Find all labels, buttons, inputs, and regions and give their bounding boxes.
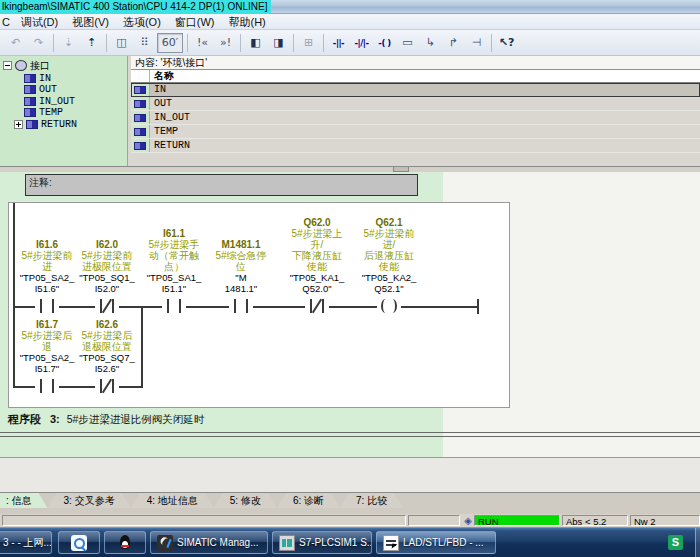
coil-icon[interactable]: -( )	[374, 33, 395, 53]
declaration-icon	[24, 85, 36, 94]
menu-view[interactable]: 视图(V)	[65, 15, 116, 29]
interface-icon	[15, 60, 27, 71]
network-number: 3:	[50, 413, 60, 425]
detail-window-icon[interactable]: ◨	[268, 33, 289, 53]
connection-diamond-icon: ◈	[464, 515, 472, 526]
monitor-icon[interactable]: 60′	[157, 33, 183, 53]
tab-compare[interactable]: 7: 比较	[340, 493, 403, 508]
toolbar-separator	[491, 34, 492, 52]
network-canvas[interactable]: I61.6 5#步进梁前 进 "TP05_SA2_ I51.6" I62.0 5…	[8, 202, 510, 408]
menu-window[interactable]: 窗口(W)	[168, 15, 222, 29]
collapse-icon[interactable]	[3, 61, 12, 70]
declaration-area: 接口 IN OUT IN_OUT TEMP RETURN	[0, 56, 700, 166]
overview-window-icon[interactable]: ◧	[245, 33, 266, 53]
menu-options[interactable]: 选项(O)	[116, 15, 168, 29]
toolbar-separator	[106, 34, 107, 52]
program-elements-icon[interactable]: ⠿	[134, 33, 155, 53]
menu-help[interactable]: 帮助(H)	[222, 15, 273, 29]
network-status: Nw 2	[630, 515, 700, 526]
toolbar: ↶ ↷ ⇣ ⇡ ◫ ⠿ 60′ !« »! ◧ ◨ ⊞ -||- -|/|- -…	[0, 30, 700, 56]
symbol-table-icon[interactable]: ◫	[111, 33, 132, 53]
declaration-header-row: 名称	[131, 70, 700, 83]
connector-icon[interactable]: ⊣	[466, 33, 487, 53]
taskbar-button-plcsim[interactable]: S7-PLCSIM1 S...	[272, 531, 372, 554]
declaration-icon	[134, 128, 146, 136]
declaration-icon	[134, 86, 146, 94]
contact-no[interactable]	[35, 377, 59, 395]
contact-label[interactable]: I62.6 5#步进梁后 退极限位置 "TP05_SQ7_ I52.6"	[74, 319, 140, 374]
tree-item-out[interactable]: OUT	[24, 84, 127, 96]
tree-item-temp[interactable]: TEMP	[24, 107, 127, 119]
status-message-area	[2, 515, 406, 526]
network-title-row[interactable]: 程序段 3: 5#步进梁进退比例阀关闭延时	[8, 412, 204, 428]
contact-label[interactable]: I61.6 5#步进梁前 进 "TP05_SA2_ I51.6"	[14, 239, 80, 294]
declaration-row-out[interactable]: OUT	[131, 97, 700, 111]
tab-cross-reference[interactable]: 3: 交叉参考	[48, 493, 131, 508]
show-desktop-button[interactable]	[695, 528, 700, 557]
previous-error-icon[interactable]: !«	[192, 33, 213, 53]
content-header: 内容: '环境\接口'	[131, 56, 700, 70]
contact-label[interactable]: M1481.1 5#综合急停 位 "M 1481.1"	[208, 239, 274, 294]
declaration-row-return[interactable]: RETURN	[131, 139, 700, 153]
download-icon[interactable]: ⇣	[58, 33, 79, 53]
output-coil[interactable]	[377, 297, 401, 315]
toolbar-separator	[323, 34, 324, 52]
contact-nc[interactable]	[305, 297, 329, 315]
menu-plc[interactable]: C	[0, 15, 14, 29]
contact-label[interactable]: I61.7 5#步进梁后 退 "TP05_SA2_ I51.7"	[14, 319, 80, 374]
empty-box-icon[interactable]: ▭	[397, 33, 418, 53]
close-branch-icon[interactable]: ↱	[443, 33, 464, 53]
contact-nc-icon[interactable]: -|/|-	[351, 33, 372, 53]
next-error-icon[interactable]: »!	[215, 33, 236, 53]
menu-debug[interactable]: 调试(D)	[14, 15, 65, 29]
taskbar-button-qq[interactable]	[104, 531, 146, 554]
declaration-row-in-out[interactable]: IN_OUT	[131, 111, 700, 125]
declaration-row-temp[interactable]: TEMP	[131, 125, 700, 139]
taskbar-button-lad-editor[interactable]: LAD/STL/FBD - ...	[376, 531, 496, 554]
help-select-icon[interactable]: ↖?	[496, 33, 517, 53]
taskbar-button-browser-window[interactable]: 3 - - 上网...	[0, 531, 52, 554]
branch-junction	[141, 306, 143, 388]
status-bar: ◈ RUN Abs < 5.2 Nw 2	[0, 514, 700, 527]
contact-no-icon[interactable]: -||-	[328, 33, 349, 53]
taskbar-button-simatic-manager[interactable]: SIMATIC Manag...	[150, 531, 268, 554]
coil-label[interactable]: Q62.1 5#步进梁前 进/ 后退液压缸 使能 "TP05_KA2_ Q52.…	[356, 217, 422, 294]
contact-label[interactable]: I61.1 5#步进梁手 动（常开触 点） "TP05_SA1_ I51.1"	[141, 228, 207, 294]
declaration-icon	[24, 97, 36, 106]
contact-no[interactable]	[229, 297, 253, 315]
run-indicator: RUN	[474, 515, 560, 526]
tree-item-in[interactable]: IN	[24, 73, 127, 85]
tab-address-info[interactable]: 4: 地址信息	[131, 493, 214, 508]
contact-no[interactable]	[162, 297, 186, 315]
status-empty-segment	[408, 515, 460, 526]
contact-no[interactable]	[35, 297, 59, 315]
undo-icon[interactable]: ↶	[5, 33, 26, 53]
toolbar-separator	[240, 34, 241, 52]
declaration-row-in[interactable]: IN	[131, 83, 700, 97]
tab-info[interactable]: : 信息	[0, 493, 48, 508]
taskbar-button-browser[interactable]	[58, 531, 100, 554]
declaration-icon	[134, 114, 146, 122]
tree-item-in-out[interactable]: IN_OUT	[24, 96, 127, 108]
contact-nc[interactable]	[95, 297, 119, 315]
contact-label[interactable]: I62.0 5#步进梁前 进极限位置 "TP05_SQ1_ I52.0"	[74, 239, 140, 294]
tray-s-icon[interactable]: S	[668, 535, 683, 550]
contact-label[interactable]: Q62.0 5#步进梁上 升/ 下降液压缸 使能 "TP05_KA1_ Q52.…	[284, 217, 350, 294]
tree-root-interface[interactable]: 接口	[3, 60, 127, 72]
comment-box[interactable]: 注释:	[25, 174, 418, 196]
contact-nc[interactable]	[95, 377, 119, 395]
tab-diagnostics[interactable]: 6: 诊断	[277, 493, 340, 508]
redo-icon[interactable]: ↷	[28, 33, 49, 53]
toolbar-separator	[53, 34, 54, 52]
expand-icon[interactable]	[14, 120, 23, 129]
upload-icon[interactable]: ⇡	[81, 33, 102, 53]
comment-label: 注释:	[29, 177, 52, 188]
toolbar-separator	[293, 34, 294, 52]
declaration-pane: 内容: '环境\接口' 名称 IN OUT IN_OUT TEMP	[131, 56, 700, 166]
tab-modify[interactable]: 5: 修改	[214, 493, 277, 508]
tree-item-return[interactable]: RETURN	[14, 119, 127, 131]
bottom-tabs: : 信息 3: 交叉参考 4: 地址信息 5: 修改 6: 诊断 7: 比较	[0, 492, 700, 514]
new-network-icon[interactable]: ⊞	[298, 33, 319, 53]
open-branch-icon[interactable]: ↳	[420, 33, 441, 53]
declaration-icon	[134, 100, 146, 108]
